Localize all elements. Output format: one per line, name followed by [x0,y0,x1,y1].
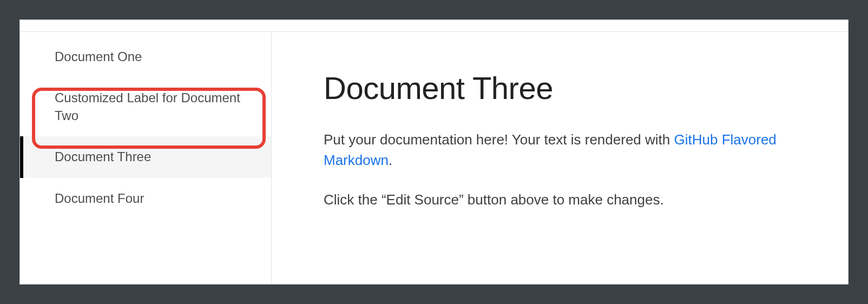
sidebar-item-doc-one[interactable]: Document One [20,36,271,77]
sidebar-item-doc-two[interactable]: Customized Label for Document Two [20,77,271,136]
sidebar-item-label: Document Four [55,191,144,206]
paragraph-text: Put your documentation here! Your text i… [324,131,674,148]
sidebar-item-doc-three[interactable]: Document Three [20,136,271,177]
page-title: Document Three [324,70,796,106]
top-bar [20,20,848,32]
sidebar-item-label: Customized Label for Document Two [55,90,240,122]
app-window: Document One Customized Label for Docume… [19,19,849,285]
sidebar-item-label: Document One [55,49,142,64]
content-pane: Document Three Put your documentation he… [272,32,848,284]
content-paragraph-2: Click the “Edit Source” button above to … [324,190,796,210]
app-body: Document One Customized Label for Docume… [20,32,848,284]
sidebar-item-label: Document Three [55,149,151,164]
paragraph-text: . [389,152,392,168]
content-paragraph-1: Put your documentation here! Your text i… [324,130,796,170]
sidebar-item-doc-four[interactable]: Document Four [20,178,271,219]
sidebar: Document One Customized Label for Docume… [20,32,272,284]
